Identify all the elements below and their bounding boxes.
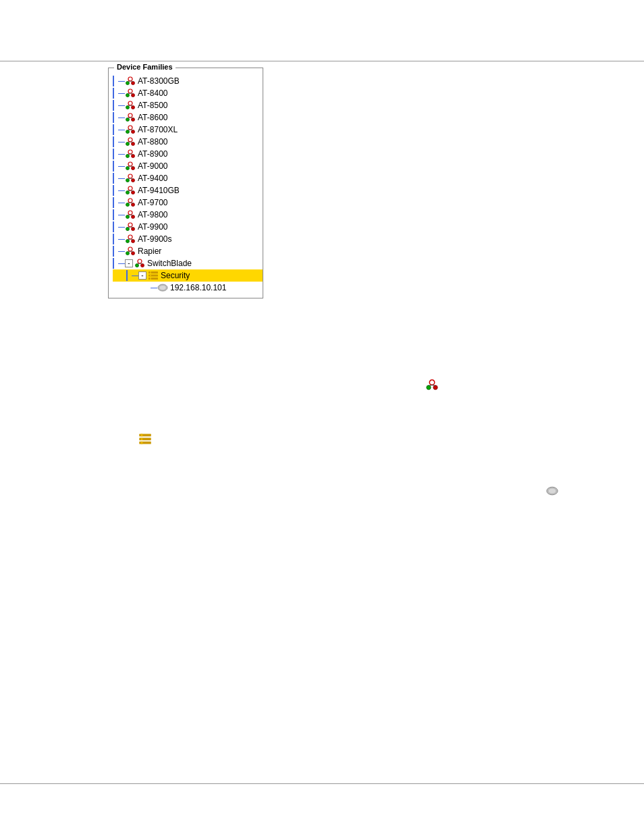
svg-point-35 (128, 162, 132, 166)
list-item[interactable]: AT-8300GB (113, 75, 263, 87)
svg-point-60 (128, 223, 132, 227)
list-item[interactable]: AT-8600 (113, 111, 263, 124)
svg-line-3 (128, 81, 130, 82)
list-item[interactable]: Rapier (113, 245, 263, 257)
svg-line-91 (429, 385, 432, 386)
svg-point-52 (132, 203, 135, 207)
cluster-icon (125, 221, 136, 232)
svg-point-12 (132, 106, 135, 109)
svg-point-100 (548, 488, 556, 494)
panel-title: Device Families (114, 63, 176, 71)
bottom-divider (0, 783, 644, 784)
svg-point-31 (126, 155, 130, 158)
cluster-icon (125, 246, 136, 257)
list-item[interactable]: AT-9400 (113, 172, 263, 184)
svg-point-46 (126, 191, 130, 194)
svg-point-88 (429, 380, 435, 386)
svg-line-43 (128, 178, 130, 179)
svg-rect-85 (150, 278, 151, 280)
svg-point-55 (128, 211, 132, 215)
cluster-icon (125, 100, 136, 111)
svg-point-75 (138, 259, 142, 263)
cluster-icon (125, 88, 136, 99)
svg-point-57 (132, 215, 135, 219)
item-label: AT-8500 (138, 100, 167, 111)
expand-minus-icon[interactable]: - (125, 259, 133, 267)
svg-line-58 (128, 215, 130, 215)
svg-point-0 (128, 77, 132, 81)
ip-address-item[interactable]: 192.168.10.101 (113, 282, 263, 294)
svg-point-10 (128, 101, 132, 105)
item-label: AT-9000 (138, 161, 167, 172)
svg-line-44 (130, 178, 133, 179)
item-label: AT-9900s (138, 234, 171, 244)
svg-point-77 (141, 264, 144, 267)
svg-line-63 (128, 227, 130, 228)
security-icon (148, 270, 159, 281)
item-label: AT-8900 (138, 149, 167, 159)
svg-line-9 (130, 93, 133, 94)
device-families-box: Device Families AT-8300GB (108, 68, 263, 298)
svg-point-17 (132, 118, 135, 122)
svg-point-21 (126, 130, 130, 134)
svg-line-13 (128, 105, 130, 106)
item-label: AT-9900 (138, 221, 167, 232)
security-item[interactable]: - Security (113, 269, 263, 282)
item-label: Security (161, 270, 190, 281)
svg-point-25 (128, 138, 132, 142)
svg-line-73 (128, 251, 130, 252)
svg-point-1 (126, 82, 130, 85)
svg-line-39 (130, 166, 133, 167)
svg-point-51 (126, 203, 130, 207)
svg-line-33 (128, 154, 130, 155)
svg-point-50 (128, 199, 132, 203)
list-item[interactable]: AT-9700 (113, 197, 263, 209)
svg-rect-98 (141, 442, 143, 444)
expand-minus-icon[interactable]: - (138, 271, 146, 280)
svg-line-28 (128, 142, 130, 142)
cluster-icon (125, 234, 136, 244)
svg-line-34 (130, 154, 133, 155)
svg-line-48 (128, 190, 130, 191)
svg-point-61 (126, 228, 130, 231)
item-label: AT-9800 (138, 209, 167, 220)
standalone-computer-icon (545, 486, 559, 498)
standalone-security-icon (138, 432, 152, 448)
list-item[interactable]: AT-8800 (113, 136, 263, 148)
svg-line-29 (130, 142, 133, 142)
svg-line-53 (128, 203, 130, 203)
list-item[interactable]: AT-9000 (113, 160, 263, 172)
svg-point-2 (132, 82, 135, 85)
svg-line-69 (130, 239, 133, 240)
list-item[interactable]: AT-9410GB (113, 184, 263, 197)
list-item[interactable]: AT-9900s (113, 233, 263, 245)
cluster-icon (125, 149, 136, 159)
list-item[interactable]: AT-9800 (113, 209, 263, 221)
list-item[interactable]: AT-8500 (113, 99, 263, 111)
svg-line-23 (128, 130, 130, 130)
list-item[interactable]: AT-8900 (113, 148, 263, 160)
item-label: AT-8800 (138, 136, 167, 147)
list-item[interactable]: AT-9900 (113, 221, 263, 233)
computer-icon (157, 282, 168, 293)
cluster-icon (125, 185, 136, 196)
list-item[interactable]: AT-8700XL (113, 124, 263, 136)
svg-point-72 (132, 252, 135, 255)
svg-point-70 (128, 247, 132, 251)
svg-point-40 (128, 174, 132, 178)
svg-point-71 (126, 252, 130, 255)
cluster-icon (134, 258, 145, 269)
svg-point-36 (126, 167, 130, 170)
list-item[interactable]: AT-8400 (113, 87, 263, 99)
item-label: 192.168.10.101 (170, 282, 226, 293)
cluster-icon (125, 209, 136, 220)
svg-rect-84 (150, 275, 151, 277)
svg-line-8 (128, 93, 130, 94)
svg-point-5 (128, 89, 132, 93)
svg-point-45 (128, 186, 132, 190)
switchblade-item[interactable]: - SwitchBlade (113, 257, 263, 269)
svg-point-22 (132, 130, 135, 134)
svg-point-20 (128, 126, 132, 130)
svg-line-49 (130, 190, 133, 191)
svg-point-87 (159, 286, 166, 290)
